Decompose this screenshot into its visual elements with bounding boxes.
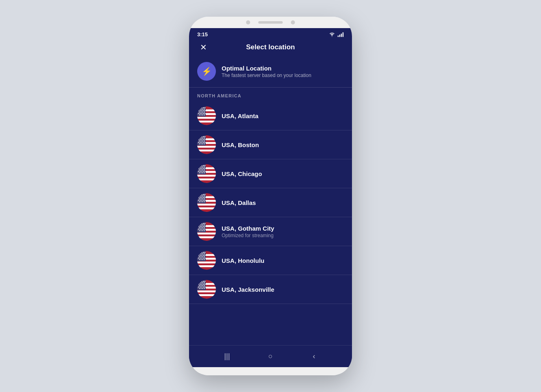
app-header: ✕ Select location: [189, 39, 352, 57]
phone-frame: 3:15 ✕ Select lo: [189, 17, 352, 375]
list-item[interactable]: USA, Boston: [189, 130, 352, 159]
svg-point-58: [200, 141, 201, 141]
svg-point-190: [200, 256, 201, 257]
svg-point-23: [205, 110, 205, 111]
svg-point-134: [202, 201, 203, 202]
svg-point-10: [198, 107, 199, 108]
svg-point-76: [198, 165, 199, 166]
svg-point-55: [203, 139, 204, 140]
optimal-title: Optimal Location: [222, 65, 311, 72]
svg-rect-8: [197, 121, 216, 123]
svg-point-60: [204, 141, 205, 141]
list-item[interactable]: USA, Chicago: [189, 159, 352, 188]
svg-point-111: [201, 194, 202, 195]
svg-point-196: [203, 258, 204, 258]
location-name: USA, Boston: [222, 141, 259, 148]
svg-point-99: [199, 172, 200, 173]
svg-point-25: [200, 112, 201, 112]
svg-point-93: [204, 170, 205, 170]
svg-point-68: [202, 143, 203, 144]
svg-point-17: [202, 109, 203, 110]
svg-point-86: [200, 168, 200, 169]
camera-dot-right: [291, 20, 295, 24]
svg-point-52: [198, 139, 199, 140]
list-item[interactable]: USA, Dallas: [189, 188, 352, 217]
list-item-gotham[interactable]: USA, Gotham City Optimized for streaming: [189, 217, 352, 246]
svg-point-82: [200, 167, 201, 167]
usa-flag-svg: [197, 251, 216, 270]
svg-point-78: [201, 165, 202, 166]
svg-point-188: [205, 255, 205, 255]
svg-point-217: [198, 284, 199, 284]
svg-point-208: [198, 281, 199, 282]
svg-point-177: [201, 252, 202, 253]
svg-point-47: [205, 136, 205, 137]
optimal-subtitle: The fastest server based on your locatio…: [222, 73, 311, 78]
svg-point-200: [202, 259, 203, 260]
svg-rect-41: [197, 150, 216, 152]
svg-point-84: [204, 167, 205, 167]
svg-point-11: [200, 107, 200, 108]
svg-point-53: [200, 139, 200, 140]
svg-point-116: [202, 196, 203, 196]
bolt-icon-wrap: ⚡: [197, 62, 216, 81]
svg-point-120: [201, 197, 202, 198]
flag-icon: [197, 280, 216, 299]
svg-point-195: [201, 258, 202, 258]
svg-point-90: [199, 170, 200, 170]
svg-point-122: [205, 197, 205, 198]
phone-screen: 3:15 ✕ Select lo: [189, 28, 352, 367]
svg-point-164: [205, 229, 205, 229]
svg-point-218: [200, 284, 200, 284]
svg-point-142: [198, 223, 199, 224]
svg-point-234: [204, 288, 205, 289]
svg-point-152: [200, 226, 200, 227]
svg-point-46: [203, 136, 204, 137]
svg-point-230: [205, 286, 205, 287]
list-item[interactable]: USA, Honolulu: [189, 246, 352, 275]
svg-point-35: [202, 115, 203, 115]
svg-point-67: [200, 143, 201, 144]
nav-menu-button[interactable]: |||: [219, 348, 235, 365]
svg-point-119: [200, 197, 200, 198]
svg-point-185: [200, 255, 200, 255]
svg-point-211: [203, 281, 204, 282]
nav-home-button[interactable]: ○: [262, 348, 279, 365]
location-text: USA, Atlanta: [222, 112, 258, 119]
status-time: 3:15: [197, 31, 208, 37]
location-text: USA, Gotham City Optimized for streaming: [222, 225, 274, 238]
svg-point-166: [200, 230, 201, 231]
svg-point-158: [202, 227, 203, 228]
svg-point-20: [200, 110, 200, 111]
svg-point-98: [205, 171, 205, 172]
svg-point-45: [201, 136, 202, 137]
svg-point-129: [201, 200, 202, 200]
svg-point-49: [200, 138, 201, 139]
svg-point-162: [201, 229, 202, 229]
optimal-location-item[interactable]: ⚡ Optimal Location The fastest server ba…: [189, 57, 352, 88]
svg-rect-73: [197, 175, 216, 177]
phone-top-bar: [189, 17, 352, 28]
nav-back-button[interactable]: ‹: [306, 348, 322, 365]
svg-point-163: [203, 229, 204, 229]
svg-point-79: [203, 165, 204, 166]
svg-point-227: [200, 286, 200, 287]
svg-point-26: [202, 112, 203, 112]
close-button[interactable]: ✕: [197, 41, 209, 53]
svg-point-130: [203, 200, 204, 200]
list-item[interactable]: USA, Jacksonville: [189, 275, 352, 304]
svg-point-216: [204, 282, 205, 283]
speaker-bar: [258, 21, 283, 24]
list-item[interactable]: USA, Atlanta: [189, 101, 352, 130]
location-name: USA, Dallas: [222, 199, 256, 206]
svg-point-153: [201, 226, 202, 227]
svg-point-97: [203, 171, 204, 172]
location-text: USA, Jacksonville: [222, 286, 274, 293]
svg-point-56: [205, 139, 205, 140]
svg-point-125: [202, 198, 203, 199]
svg-point-175: [198, 252, 199, 253]
svg-point-176: [200, 252, 200, 253]
svg-point-27: [204, 112, 205, 112]
location-text: USA, Chicago: [222, 170, 262, 177]
svg-point-19: [198, 110, 199, 111]
